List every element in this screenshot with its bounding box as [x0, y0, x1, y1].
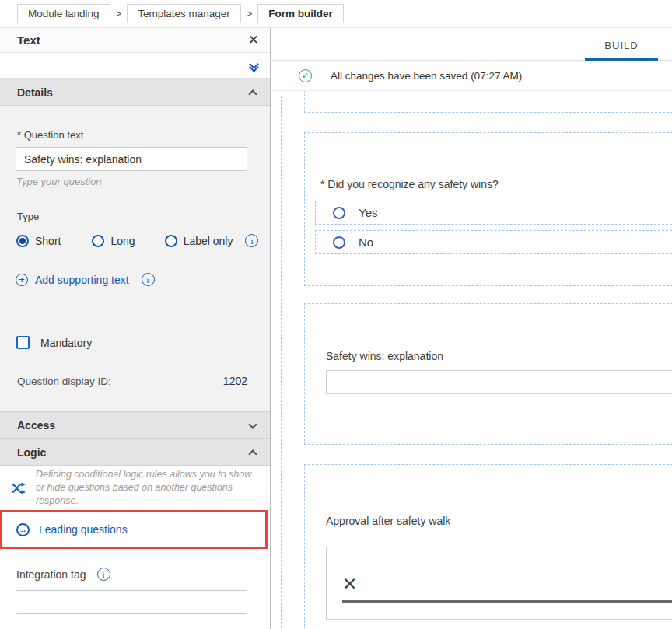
type-label: Type — [0, 187, 270, 222]
type-option-label-only[interactable]: Label only — [165, 235, 233, 247]
radio-unselected-icon — [92, 235, 104, 247]
question-card-explanation[interactable]: Safety wins: explanation — [304, 303, 672, 445]
logic-section-label: Logic — [17, 446, 250, 459]
question-label: Approval after safety walk — [326, 515, 450, 527]
integration-tag-label: Integration tag — [16, 568, 86, 581]
option-row-no[interactable]: No — [315, 230, 672, 254]
integration-tag-info-icon[interactable]: i — [97, 568, 110, 581]
type-option-label-only-label: Label only — [184, 235, 233, 247]
plus-circle-icon: + — [16, 274, 28, 286]
collapse-all-row — [0, 53, 270, 79]
breadcrumb-separator-icon: > — [116, 8, 122, 19]
type-option-short[interactable]: Short — [16, 235, 61, 247]
details-section-label: Details — [17, 86, 250, 99]
short-text-answer-field[interactable] — [326, 370, 672, 394]
chevron-up-icon — [248, 89, 257, 98]
signature-x-mark-icon: ✕ — [342, 574, 357, 595]
question-display-id-label: Question display ID: — [17, 376, 223, 387]
section-header-details[interactable]: Details — [0, 79, 270, 106]
supporting-text-info-icon[interactable]: i — [142, 273, 155, 286]
mandatory-row: Mandatory — [16, 336, 270, 349]
check-circle-icon: ✓ — [299, 69, 312, 82]
breadcrumb-form-builder[interactable]: Form builder — [257, 4, 344, 23]
signature-field[interactable]: ✕ — [326, 547, 672, 620]
leading-questions-link[interactable]: Leading questions — [39, 523, 128, 536]
section-dashed-outline — [281, 96, 282, 629]
arrow-right-circle-icon: → — [16, 523, 30, 536]
tab-build[interactable]: BUILD — [585, 28, 658, 61]
question-card-safety-wins[interactable]: * Did you recognize any safety wins? Yes… — [304, 132, 672, 286]
access-section-label: Access — [17, 419, 250, 432]
question-display-id-value: 1202 — [223, 375, 247, 387]
form-canvas: * Did you recognize any safety wins? Yes… — [271, 91, 672, 629]
breadcrumb-templates-manager[interactable]: Templates manager — [127, 4, 241, 23]
tabs-row: BUILD — [271, 28, 672, 61]
details-section-body: * Question text Type your question Type … — [0, 106, 270, 411]
save-status-text: All changes have been saved (07:27 AM) — [331, 70, 522, 82]
logic-section-body: Defining conditional logic rules allows … — [0, 466, 270, 510]
chevron-up-icon — [248, 449, 257, 458]
save-status-bar: ✓ All changes have been saved (07:27 AM) — [271, 61, 672, 91]
type-option-long[interactable]: Long — [92, 235, 135, 247]
question-properties-panel: Text ✕ Details * Question text Type your… — [0, 28, 271, 629]
question-label: Safety wins: explanation — [326, 350, 443, 362]
question-label: * Did you recognize any safety wins? — [320, 178, 499, 190]
integration-tag-input[interactable] — [16, 590, 247, 614]
section-header-logic[interactable]: Logic — [0, 439, 270, 466]
panel-title: Text — [17, 33, 248, 47]
form-builder-app: Module landing > Templates manager > For… — [0, 0, 672, 629]
question-text-input[interactable] — [16, 147, 247, 171]
breadcrumb-separator-icon: > — [247, 8, 253, 19]
type-option-long-label: Long — [110, 235, 135, 247]
option-yes-label: Yes — [359, 206, 377, 219]
close-icon[interactable]: ✕ — [248, 33, 259, 47]
section-header-access[interactable]: Access — [0, 411, 270, 439]
form-build-area: BUILD ✓ All changes have been saved (07:… — [271, 28, 672, 629]
signature-line — [342, 600, 672, 603]
breadcrumb-module-landing[interactable]: Module landing — [17, 4, 110, 23]
question-display-id-row: Question display ID: 1202 — [17, 375, 247, 387]
option-row-yes[interactable]: Yes — [315, 201, 672, 225]
mandatory-label: Mandatory — [40, 337, 92, 349]
mandatory-checkbox[interactable] — [16, 336, 30, 349]
question-card-cropped[interactable] — [304, 91, 672, 113]
leading-questions-highlight[interactable]: → Leading questions — [0, 510, 268, 549]
panel-header: Text ✕ — [0, 28, 270, 53]
question-text-label: * Question text — [0, 106, 270, 141]
integration-tag-block: Integration tag i — [0, 549, 270, 614]
double-chevron-down-icon[interactable] — [250, 61, 257, 71]
radio-unselected-icon — [333, 236, 345, 249]
add-supporting-text-label: Add supporting text — [35, 274, 129, 286]
radio-selected-icon — [16, 235, 29, 247]
shuffle-icon — [11, 482, 26, 494]
type-option-short-label: Short — [35, 235, 61, 247]
type-info-icon[interactable]: i — [245, 234, 258, 247]
question-text-hint: Type your question — [16, 176, 253, 187]
add-supporting-text-link[interactable]: + Add supporting text i — [16, 273, 270, 286]
type-radio-group: Short Long Label only i — [16, 234, 270, 247]
radio-unselected-icon — [333, 207, 345, 219]
logic-description: Defining conditional logic rules allows … — [36, 468, 254, 508]
radio-unselected-icon — [165, 235, 177, 247]
breadcrumb: Module landing > Templates manager > For… — [0, 0, 672, 27]
question-card-approval[interactable]: Approval after safety walk ✕ — [304, 464, 672, 629]
option-no-label: No — [359, 236, 373, 249]
chevron-down-icon — [248, 420, 257, 428]
